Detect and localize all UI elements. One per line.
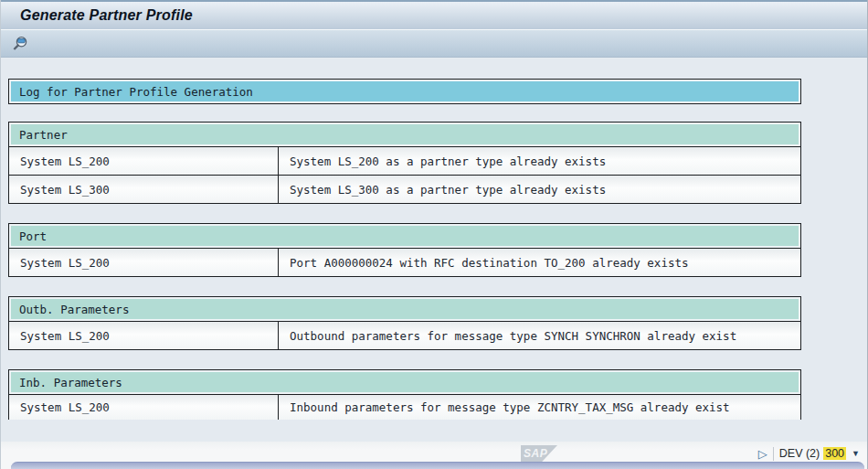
system-cell: System LS_300 — [9, 176, 279, 203]
page-title: Generate Partner Profile — [20, 7, 193, 24]
log-title: Log for Partner Profile Generation — [11, 81, 799, 101]
system-label: DEV (2)300 — [779, 447, 846, 460]
log-section-box: Inb. ParametersSystem LS_200Inbound para… — [8, 369, 801, 420]
sap-logo-text: SAP — [524, 447, 547, 460]
magnifier-icon — [13, 36, 28, 51]
log-section-box: Outb. ParametersSystem LS_200Outbound pa… — [8, 296, 801, 350]
message-cell: Outbound parameters for message type SYN… — [279, 322, 800, 349]
log-row[interactable]: System LS_200Port A000000024 with RFC de… — [9, 248, 800, 276]
application-toolbar — [1, 30, 867, 58]
statusbar-right: ▷ DEV (2)300 ▼ — [758, 445, 860, 462]
log-sections: PartnerSystem LS_200System LS_200 as a p… — [8, 122, 867, 420]
message-cell: System LS_300 as a partner type already … — [279, 176, 800, 203]
log-section-box: PortSystem LS_200Port A000000024 with RF… — [8, 223, 801, 277]
system-cell: System LS_200 — [9, 395, 279, 420]
log-row[interactable]: System LS_300System LS_300 as a partner … — [9, 175, 800, 203]
display-log-button[interactable] — [11, 34, 30, 53]
system-id: DEV (2) — [779, 447, 820, 460]
statusbar-separator — [773, 447, 774, 461]
log-row[interactable]: System LS_200Outbound parameters for mes… — [9, 321, 800, 349]
log-title-box: Log for Partner Profile Generation — [8, 79, 801, 104]
section-title: Partner — [11, 124, 799, 144]
titlebar: Generate Partner Profile — [1, 0, 867, 30]
sap-logo: SAP — [521, 445, 557, 462]
statusbar-menu-icon[interactable]: ▼ — [852, 450, 860, 458]
system-cell: System LS_200 — [9, 322, 279, 349]
expand-status-icon[interactable]: ▷ — [758, 448, 767, 460]
system-cell: System LS_200 — [9, 249, 279, 276]
log-row[interactable]: System LS_200System LS_200 as a partner … — [9, 146, 800, 175]
section-title: Inb. Parameters — [11, 372, 799, 392]
statusbar — [11, 462, 864, 469]
status-area: SAP ▷ DEV (2)300 ▼ — [1, 442, 867, 469]
log-row[interactable]: System LS_200Inbound parameters for mess… — [9, 394, 800, 420]
message-cell: Port A000000024 with RFC destination TO_… — [279, 249, 800, 276]
system-cell: System LS_200 — [9, 147, 279, 175]
section-title: Outb. Parameters — [11, 299, 799, 319]
client-badge: 300 — [823, 447, 846, 460]
message-cell: System LS_200 as a partner type already … — [279, 147, 800, 175]
sap-window: Generate Partner Profile Log for Partner… — [0, 0, 868, 469]
message-cell: Inbound parameters for message type ZCNT… — [279, 395, 800, 420]
log-section-box: PartnerSystem LS_200System LS_200 as a p… — [8, 122, 801, 204]
log-content-area: Log for Partner Profile Generation Partn… — [1, 59, 867, 442]
section-title: Port — [11, 226, 799, 246]
